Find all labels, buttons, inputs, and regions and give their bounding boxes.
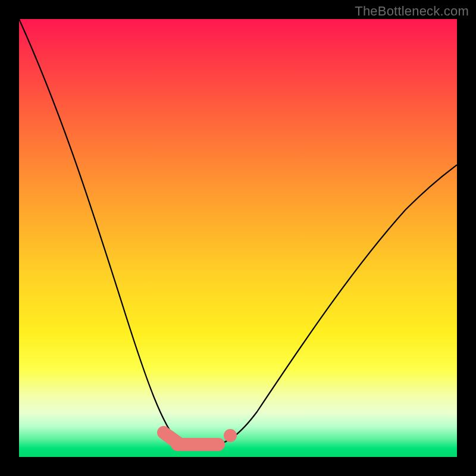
left-curve bbox=[19, 19, 196, 446]
right-curve bbox=[215, 165, 457, 445]
marker-dot-right bbox=[224, 429, 237, 442]
plot-area bbox=[19, 19, 457, 457]
curves-layer bbox=[19, 19, 457, 457]
chart-container: TheBottleneck.com bbox=[0, 0, 476, 476]
watermark-label: TheBottleneck.com bbox=[355, 4, 469, 19]
plot-frame bbox=[0, 0, 476, 476]
marker-dot-left-lower bbox=[164, 431, 177, 444]
